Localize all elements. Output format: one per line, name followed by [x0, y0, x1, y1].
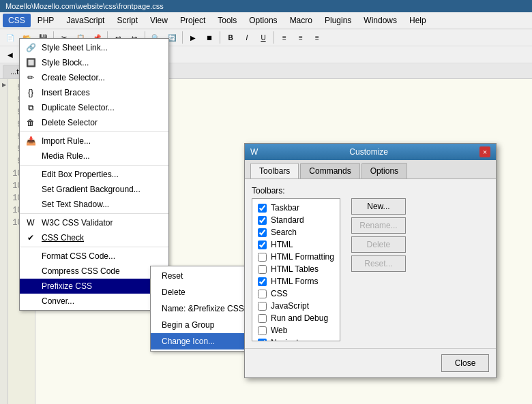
checkbox-html[interactable]	[258, 240, 267, 249]
menu-javascript[interactable]: JavaScript	[61, 14, 110, 27]
toolbar-item-html[interactable]: HTML	[255, 238, 337, 251]
dropdown-edit-box-properties[interactable]: Edit Box Properties...	[20, 167, 168, 182]
format-css-icon	[24, 251, 38, 262]
toolbars-list[interactable]: Taskbar Standard Search HTML	[252, 198, 340, 341]
checkbox-html-formatting[interactable]	[258, 253, 267, 262]
dropdown-set-text-shadow[interactable]: Set Text Shadow...	[20, 197, 168, 212]
bold-btn[interactable]: B	[223, 31, 238, 44]
run-btn[interactable]: ▶	[186, 31, 201, 44]
checkbox-html-forms[interactable]	[258, 277, 267, 286]
menu-tools[interactable]: Tools	[212, 14, 242, 27]
sep4	[182, 31, 183, 44]
dropdown-style-sheet-link[interactable]: 🔗 Style Sheet Link...	[20, 40, 168, 55]
menu-script[interactable]: Script	[111, 14, 143, 27]
menu-options[interactable]: Options	[243, 14, 282, 27]
dropdown-import-rule[interactable]: 📥 Import Rule...	[20, 134, 168, 149]
dropdown-media-rule[interactable]: Media Rule...	[20, 149, 168, 164]
checkbox-javascript[interactable]	[258, 302, 267, 311]
toolbar-item-search[interactable]: Search	[255, 226, 337, 238]
convert-icon	[24, 296, 38, 307]
dialog-body: Toolbars: Taskbar Standard Search	[245, 179, 496, 348]
set-gradient-icon	[24, 184, 38, 195]
dropdown-set-gradient[interactable]: Set Gradient Background...	[20, 182, 168, 197]
dropdown-create-selector[interactable]: ✏ Create Selector...	[20, 70, 168, 85]
toolbar-item-css[interactable]: CSS	[255, 288, 337, 300]
dropdown-w3c-validator[interactable]: W W3C CSS Validator	[20, 215, 168, 230]
underline-btn[interactable]: U	[256, 31, 271, 44]
css-dropdown-menu: 🔗 Style Sheet Link... 🔲 Style Block... ✏…	[19, 38, 169, 311]
menu-bar: CSS PHP JavaScript Script View Project T…	[0, 12, 532, 29]
sep6	[274, 31, 274, 44]
dialog-footer: Close	[245, 348, 496, 377]
btn-reset[interactable]: Reset...	[351, 255, 406, 272]
checkbox-css[interactable]	[258, 290, 267, 298]
align-right-btn[interactable]: ≡	[310, 31, 325, 44]
menu-help[interactable]: Help	[404, 14, 432, 27]
toolbar-item-html-formatting[interactable]: HTML Formatting	[255, 251, 337, 263]
checkbox-taskbar[interactable]	[258, 204, 267, 213]
toolbar-item-standard[interactable]: Standard	[255, 214, 337, 226]
dropdown-style-block[interactable]: 🔲 Style Block...	[20, 55, 168, 70]
prefixize-css-icon	[24, 281, 38, 292]
menu-view[interactable]: View	[145, 14, 173, 27]
toolbar-item-navigate[interactable]: Navigate	[255, 337, 337, 341]
checkbox-navigate[interactable]	[258, 339, 267, 342]
btn-rename[interactable]: Rename...	[351, 217, 406, 234]
dialog-title-icon: W	[250, 147, 258, 157]
tb2-btn1[interactable]: ◀	[3, 48, 18, 61]
dialog-buttons: New... Rename... Delete Reset...	[351, 198, 406, 341]
dropdown-delete-selector[interactable]: 🗑 Delete Selector	[20, 115, 168, 130]
toolbar-item-html-tables[interactable]: HTML Tables	[255, 263, 337, 275]
toolbar-item-html-forms[interactable]: HTML Forms	[255, 275, 337, 288]
toolbar-item-taskbar[interactable]: Taskbar	[255, 202, 337, 214]
edit-box-properties-icon	[24, 169, 38, 180]
delete-selector-icon: 🗑	[24, 117, 38, 128]
menu-css[interactable]: CSS	[3, 14, 31, 27]
dialog-tab-options[interactable]: Options	[361, 163, 407, 178]
main-content: ▶ 993 994 995 996 997 998 999 1000 1001 …	[0, 79, 532, 404]
toolbar-item-web[interactable]: Web	[255, 324, 337, 337]
checkbox-search[interactable]	[258, 228, 267, 237]
style-sheet-link-icon: 🔗	[24, 42, 38, 53]
btn-delete[interactable]: Delete	[351, 236, 406, 253]
checkbox-run-debug[interactable]	[258, 314, 267, 323]
dialog-title-text: Customize	[349, 147, 388, 157]
align-left-btn[interactable]: ≡	[277, 31, 292, 44]
checkbox-standard[interactable]	[258, 216, 267, 225]
title-text: Mozello\Mozello.com\website\css\frontpag…	[5, 2, 164, 10]
dropdown-css-check[interactable]: ✔ CSS Check	[20, 230, 168, 245]
align-center-btn[interactable]: ≡	[293, 31, 308, 44]
dialog-close-btn[interactable]: Close	[441, 354, 489, 372]
w3c-validator-icon: W	[24, 217, 38, 228]
dropdown-convert[interactable]: Conver...	[20, 294, 168, 309]
sep5	[220, 31, 220, 44]
stop-btn[interactable]: ⏹	[202, 31, 217, 44]
dropdown-compress-css[interactable]: Compress CSS Code	[20, 264, 168, 279]
dropdown-format-css[interactable]: Format CSS Code...	[20, 249, 168, 264]
dialog-titlebar: W Customize ×	[245, 144, 496, 160]
checkbox-html-tables[interactable]	[258, 265, 267, 274]
dialog-tab-toolbars[interactable]: Toolbars	[250, 163, 299, 178]
duplicate-selector-icon: ⧉	[24, 102, 38, 113]
dropdown-insert-braces[interactable]: {} Insert Braces	[20, 85, 168, 100]
menu-php[interactable]: PHP	[32, 14, 60, 27]
customize-dialog: W Customize × Toolbars Commands Options …	[244, 143, 497, 378]
menu-macro[interactable]: Macro	[284, 14, 318, 27]
dialog-close-button[interactable]: ×	[479, 146, 490, 157]
insert-braces-icon: {}	[24, 87, 38, 98]
dropdown-duplicate-selector[interactable]: ⧉ Duplicate Selector...	[20, 100, 168, 115]
menu-project[interactable]: Project	[175, 14, 211, 27]
css-check-icon: ✔	[24, 232, 38, 243]
dialog-tab-commands[interactable]: Commands	[300, 163, 359, 178]
toolbar-item-javascript[interactable]: JavaScript	[255, 300, 337, 312]
italic-btn[interactable]: I	[239, 31, 254, 44]
sidebar-arrow[interactable]: ▶	[2, 82, 6, 88]
toolbar-item-run-debug[interactable]: Run and Debug	[255, 312, 337, 324]
set-text-shadow-icon	[24, 199, 38, 210]
dropdown-prefixize-css[interactable]: Prefixize CSS	[20, 279, 168, 294]
menu-plugins[interactable]: Plugins	[319, 14, 357, 27]
menu-windows[interactable]: Windows	[358, 14, 402, 27]
new-btn[interactable]: 📄	[3, 31, 18, 44]
btn-new[interactable]: New...	[351, 198, 406, 215]
checkbox-web[interactable]	[258, 326, 267, 335]
